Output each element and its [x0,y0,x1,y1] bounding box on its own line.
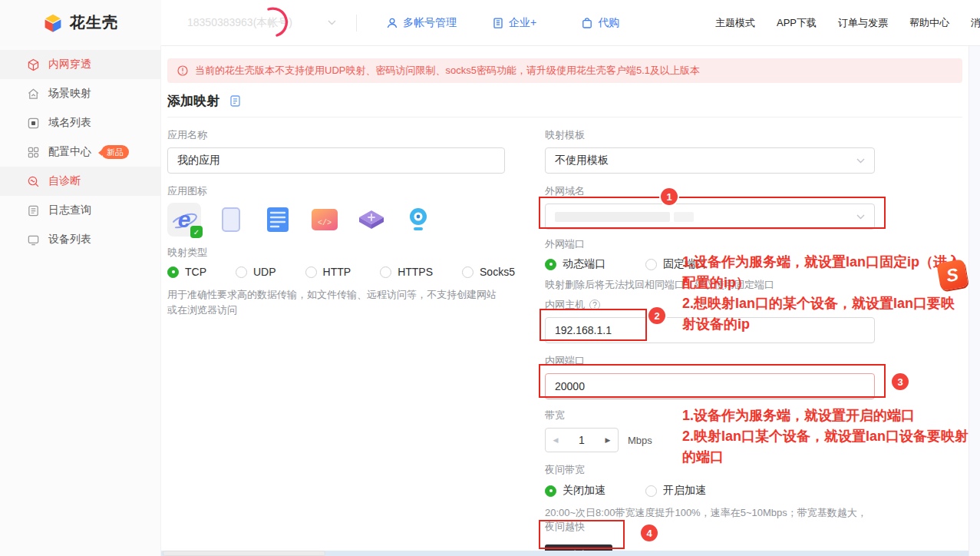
app-icon-tablet[interactable] [214,203,248,237]
enterprise-label: 企业+ [509,16,536,30]
radio-label: UDP [253,266,276,278]
bandwidth-stepper-row: ◀ 1 ▶ Mbps [545,428,875,452]
bandwidth-unit: Mbps [628,435,652,446]
sidebar-item-label: 日志查询 [48,204,91,217]
template-select[interactable]: 不使用模板 [545,147,875,174]
radio-circle [380,266,391,278]
chevron-down-icon [856,158,865,164]
sidebar-item-config-center[interactable]: 配置中心 新品 [0,137,160,167]
warning-icon [177,65,188,76]
stepper-decrease-button[interactable]: ◀ [546,436,566,444]
server-icon [266,207,289,233]
radio-label: 关闭加速 [563,484,605,498]
radio-circle [236,266,247,278]
sidebar-item-device-list[interactable]: 设备列表 [0,225,160,254]
radio-fixed-port[interactable]: 固定端口 [645,257,706,271]
sidebar-item-domain-list[interactable]: 域名列表 [0,108,160,137]
sidebar-item-scene-mapping[interactable]: 场景映射 [0,79,160,108]
radio-label: 开启加速 [663,484,706,498]
theme-mode-link[interactable]: 主题模式 [715,16,755,30]
monitor-icon [27,233,40,247]
brand-name: 花生壳 [70,12,118,33]
radio-label: HTTP [323,266,351,278]
radio-label: Socks5 [480,266,515,278]
sidebar-item-log-query[interactable]: 日志查询 [0,196,160,225]
sidebar-item-self-diagnosis[interactable]: 自诊断 [0,167,160,196]
radio-acceleration-off[interactable]: 关闭加速 [545,484,605,498]
logo-cube-icon [43,13,63,33]
app-icon-options: e ✓ </> [167,203,505,237]
form-left-column: 应用名称 应用图标 e ✓ [167,117,505,556]
app-icon-code[interactable]: </> [308,203,342,237]
copy-doc-icon[interactable] [229,94,241,108]
brand-logo[interactable]: 花生壳 [0,0,161,46]
new-product-badge: 新品 [101,145,129,159]
bandwidth-label: 带宽 [545,409,875,422]
bandwidth-stepper: ◀ 1 ▶ [545,428,619,452]
bandwidth-value[interactable]: 1 [566,434,598,446]
radio-label: 固定端口 [663,257,706,271]
radio-tcp[interactable]: TCP [167,266,206,278]
ie-browser-icon: e [178,208,191,231]
form-right-column: 映射模板 不使用模板 外网域名 外网端口 [545,117,875,556]
radio-socks5[interactable]: Socks5 [462,266,515,278]
radio-dynamic-port[interactable]: 动态端口 [545,257,605,271]
app-icon-camera[interactable] [401,203,435,237]
enterprise-link[interactable]: 企业+ [492,16,536,30]
domain-select[interactable] [545,204,875,230]
int-host-input[interactable] [545,317,875,343]
radio-http[interactable]: HTTP [305,266,351,278]
app-icon-label: 应用图标 [167,184,505,198]
selected-check-icon: ✓ [190,226,203,238]
person-icon [386,17,398,29]
horizontal-scrollbar[interactable] [161,551,968,556]
mapping-type-label: 映射类型 [167,246,505,260]
horizontal-scrollbar-thumb[interactable] [163,551,325,556]
house-icon [27,88,40,101]
add-mapping-form: 应用名称 应用图标 e ✓ [167,117,962,556]
radio-circle-checked [545,259,556,270]
help-question-icon[interactable]: ? [589,300,600,310]
vertical-scrollbar[interactable] [968,46,980,556]
app-icon-switch[interactable] [355,203,388,237]
sidebar-item-intranet-penetration[interactable]: 内网穿透 [0,50,160,79]
ext-port-radio-group: 动态端口 固定端口 [545,257,875,271]
account-selector-value[interactable]: 18350383963(本帐号) [187,16,292,30]
app-icon-ie-selected[interactable]: e ✓ [167,203,201,237]
help-center-link[interactable]: 帮助中心 [909,16,949,30]
radio-https[interactable]: HTTPS [380,266,433,278]
template-label: 映射模板 [545,128,875,142]
app-icon-server[interactable] [261,203,295,237]
multi-account-label: 多帐号管理 [403,16,457,30]
page-title: 添加映射 [167,92,219,110]
orders-invoices-link[interactable]: 订单与发票 [838,16,888,30]
mapping-type-radio-group: TCP UDP HTTP HTTPS [167,266,505,278]
radio-udp[interactable]: UDP [236,266,276,278]
multi-account-link[interactable]: 多帐号管理 [386,16,457,30]
sidebar-item-label: 场景映射 [48,87,91,101]
radio-label: 动态端口 [563,257,605,271]
radio-acceleration-on[interactable]: 开启加速 [645,484,706,498]
account-chevron-down-icon[interactable] [328,20,336,25]
ext-port-note: 映射删除后将无法找回相同端口，建议使用固定端口 [545,278,875,292]
stepper-increase-button[interactable]: ▶ [598,436,618,444]
app-name-label: 应用名称 [167,128,505,142]
radio-circle [462,266,474,278]
grid-icon [27,146,40,159]
sidebar-item-label: 配置中心 [48,145,91,159]
app-name-input[interactable] [167,147,505,174]
app-download-link[interactable]: APP下载 [777,16,817,30]
square-dot-icon [27,117,40,130]
daigou-link[interactable]: 代购 [581,16,619,30]
radio-label: TCP [185,266,206,278]
daigou-label: 代购 [598,16,619,30]
topbar-divider [356,15,357,31]
document-lines-icon [27,204,40,217]
int-port-label: 内网端口 [545,354,875,368]
sidebar-item-label: 自诊断 [48,174,81,188]
switch-box-icon [358,209,385,230]
building-icon [492,17,504,29]
int-port-input[interactable] [545,373,875,399]
messages-link[interactable]: 消息 [971,16,980,30]
sidebar: 内网穿透 场景映射 域名列表 配置中心 新品 自诊断 [0,46,161,556]
